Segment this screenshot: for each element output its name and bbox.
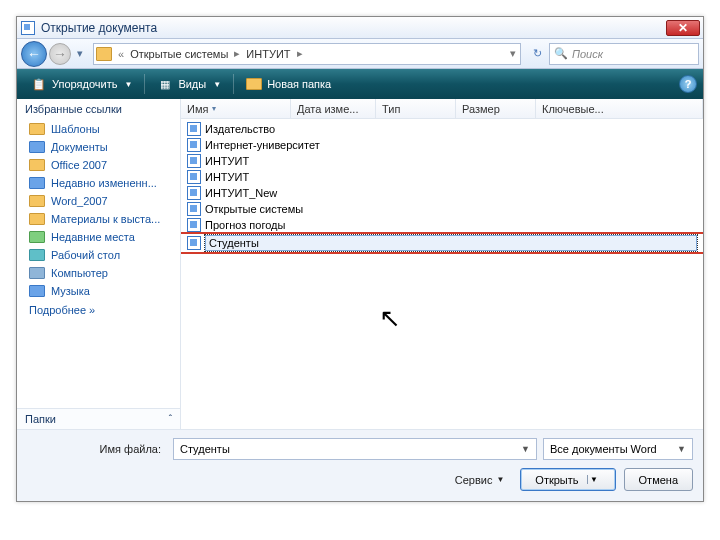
file-panel: Имя▾ Дата изме... Тип Размер Ключевые...… xyxy=(181,99,703,429)
column-label: Ключевые... xyxy=(542,103,604,115)
views-button[interactable]: ▦ Виды ▼ xyxy=(149,73,229,95)
computer-icon xyxy=(29,267,45,279)
folder-icon xyxy=(29,123,45,135)
chevron-right-icon: ▸ xyxy=(232,47,242,60)
sidebar-item-label: Word_2007 xyxy=(51,195,108,207)
breadcrumb-sep: « xyxy=(116,48,126,60)
folder-icon xyxy=(96,47,112,61)
sidebar-more-link[interactable]: Подробнее » xyxy=(17,300,180,320)
chevron-down-icon: ▼ xyxy=(124,80,132,89)
sidebar-item-recent-changed[interactable]: Недавно измененн... xyxy=(17,174,180,192)
folder-icon xyxy=(29,195,45,207)
file-row[interactable]: Открытые системы xyxy=(181,201,703,217)
filetype-value: Все документы Word xyxy=(550,443,657,455)
file-row-selected[interactable]: Студенты xyxy=(181,234,703,252)
music-icon xyxy=(29,285,45,297)
sidebar-item-music[interactable]: Музыка xyxy=(17,282,180,300)
refresh-button[interactable]: ↻ xyxy=(527,47,547,60)
toolbar-separator xyxy=(144,74,145,94)
column-size[interactable]: Размер xyxy=(456,99,536,118)
column-name[interactable]: Имя▾ xyxy=(181,99,291,118)
nav-forward-button[interactable]: → xyxy=(49,43,71,65)
file-name: Издательство xyxy=(205,123,275,135)
file-row[interactable]: Прогноз погоды xyxy=(181,217,703,233)
titlebar: Открытие документа ✕ xyxy=(17,17,703,39)
cancel-button[interactable]: Отмена xyxy=(624,468,693,491)
sort-indicator-icon: ▾ xyxy=(212,104,216,113)
sidebar-item-recent-places[interactable]: Недавние места xyxy=(17,228,180,246)
open-button[interactable]: Открыть ▼ xyxy=(520,468,615,491)
breadcrumb-item-1[interactable]: Открытые системы xyxy=(126,48,232,60)
column-keywords[interactable]: Ключевые... xyxy=(536,99,703,118)
organize-button[interactable]: 📋 Упорядочить ▼ xyxy=(23,73,140,95)
chevron-down-icon: ▼ xyxy=(213,80,221,89)
chevron-down-icon[interactable]: ▼ xyxy=(519,444,532,454)
breadcrumb-dropdown[interactable]: ▾ xyxy=(508,47,518,60)
sidebar-item-label: Документы xyxy=(51,141,108,153)
sidebar: Избранные ссылки Шаблоны Документы Offic… xyxy=(17,99,181,429)
nav-back-button[interactable]: ← xyxy=(21,41,47,67)
breadcrumb-item-2[interactable]: ИНТУИТ xyxy=(242,48,294,60)
word-doc-icon xyxy=(187,154,201,168)
file-name: ИНТУИТ xyxy=(205,155,249,167)
toolbar-separator xyxy=(233,74,234,94)
filetype-combo[interactable]: Все документы Word ▼ xyxy=(543,438,693,460)
folder-icon xyxy=(246,78,262,90)
arrow-right-icon: → xyxy=(53,46,67,62)
sidebar-item-label: Недавние места xyxy=(51,231,135,243)
close-button[interactable]: ✕ xyxy=(666,20,700,36)
button-row: Сервис ▼ Открыть ▼ Отмена xyxy=(27,468,693,491)
navbar: ← → ▾ « Открытые системы ▸ ИНТУИТ ▸ ▾ ↻ … xyxy=(17,39,703,69)
file-row[interactable]: ИНТУИТ_New xyxy=(181,185,703,201)
documents-icon xyxy=(29,141,45,153)
folders-expander[interactable]: Папки ˆ xyxy=(17,408,180,429)
sidebar-item-label: Рабочий стол xyxy=(51,249,120,261)
sidebar-item-label: Office 2007 xyxy=(51,159,107,171)
column-label: Размер xyxy=(462,103,500,115)
sidebar-spacer xyxy=(17,321,180,408)
column-label: Дата изме... xyxy=(297,103,358,115)
filename-combo[interactable]: Студенты ▼ xyxy=(173,438,537,460)
word-doc-icon xyxy=(187,170,201,184)
filename-label: Имя файла: xyxy=(27,443,167,455)
word-doc-icon xyxy=(187,186,201,200)
chevron-down-icon: ▼ xyxy=(496,475,504,484)
sidebar-item-office[interactable]: Office 2007 xyxy=(17,156,180,174)
word-doc-icon xyxy=(187,218,201,232)
sidebar-item-materials[interactable]: Материалы к выста... xyxy=(17,210,180,228)
filename-value: Студенты xyxy=(180,443,230,455)
file-row[interactable]: Издательство xyxy=(181,121,703,137)
column-date[interactable]: Дата изме... xyxy=(291,99,376,118)
open-split-dropdown[interactable]: ▼ xyxy=(587,475,601,484)
file-row[interactable]: ИНТУИТ xyxy=(181,153,703,169)
file-row[interactable]: Интернет-университет xyxy=(181,137,703,153)
help-button[interactable]: ? xyxy=(679,75,697,93)
column-type[interactable]: Тип xyxy=(376,99,456,118)
sidebar-item-label: Шаблоны xyxy=(51,123,100,135)
sidebar-item-label: Материалы к выста... xyxy=(51,213,160,225)
new-folder-label: Новая папка xyxy=(267,78,331,90)
search-input[interactable]: 🔍 Поиск xyxy=(549,43,699,65)
chevron-down-icon[interactable]: ▼ xyxy=(675,444,688,454)
file-name: ИНТУИТ_New xyxy=(205,187,277,199)
open-label: Открыть xyxy=(535,474,578,486)
new-folder-button[interactable]: Новая папка xyxy=(238,75,339,93)
bottom-panel: Имя файла: Студенты ▼ Все документы Word… xyxy=(17,429,703,501)
sidebar-item-computer[interactable]: Компьютер xyxy=(17,264,180,282)
organize-icon: 📋 xyxy=(31,76,47,92)
file-name: ИНТУИТ xyxy=(205,171,249,183)
file-name-edit[interactable]: Студенты xyxy=(205,235,697,251)
highlight-annotation: Студенты xyxy=(181,232,703,254)
breadcrumb[interactable]: « Открытые системы ▸ ИНТУИТ ▸ ▾ xyxy=(93,43,521,65)
column-label: Имя xyxy=(187,103,208,115)
folder-icon xyxy=(29,159,45,171)
nav-history-dropdown[interactable]: ▾ xyxy=(73,47,87,60)
sidebar-item-desktop[interactable]: Рабочий стол xyxy=(17,246,180,264)
tools-button[interactable]: Сервис ▼ xyxy=(455,474,505,486)
file-row[interactable]: ИНТУИТ xyxy=(181,169,703,185)
sidebar-item-word2007[interactable]: Word_2007 xyxy=(17,192,180,210)
recent-places-icon xyxy=(29,231,45,243)
sidebar-item-documents[interactable]: Документы xyxy=(17,138,180,156)
chevron-up-icon: ˆ xyxy=(169,414,172,425)
sidebar-item-templates[interactable]: Шаблоны xyxy=(17,120,180,138)
